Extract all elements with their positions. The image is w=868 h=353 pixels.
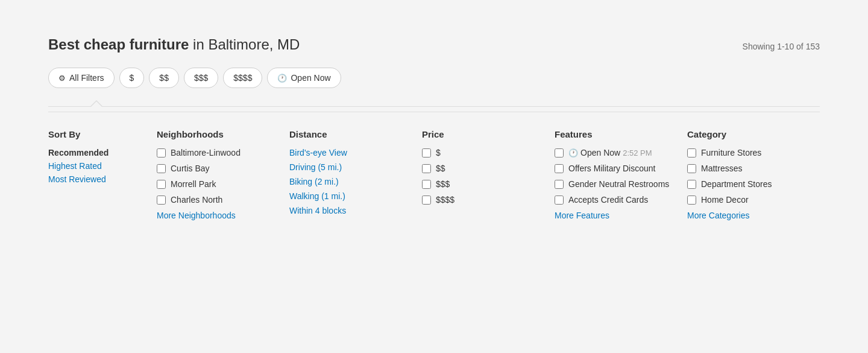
price-label-2: $$$ [436, 179, 450, 189]
neighborhoods-header: Neighborhoods [157, 129, 277, 139]
neighborhood-checkbox-2[interactable] [157, 180, 166, 189]
neighborhood-label-2: Morrell Park [171, 179, 216, 189]
more-features-link[interactable]: More Features [555, 211, 675, 220]
open-now-button[interactable]: 🕐 Open Now [267, 68, 341, 88]
features-column: Features 🕐 Open Now 2:52 PM Offers Milit… [555, 129, 687, 220]
neighborhood-item-0: Baltimore-Linwood [157, 148, 277, 157]
page-title-rest: in Baltimore, MD [189, 36, 300, 52]
distance-header: Distance [289, 129, 410, 139]
sort-highest-rated[interactable]: Highest Rated [48, 161, 145, 171]
price-item-3: $$$$ [422, 195, 542, 205]
sort-by-header: Sort By [48, 129, 145, 139]
price-4-button[interactable]: $$$$ [223, 68, 262, 88]
category-checkbox-0[interactable] [687, 148, 696, 157]
page-title-bold: Best cheap furniture [48, 36, 189, 52]
neighborhood-label-0: Baltimore-Linwood [171, 148, 241, 157]
neighborhood-checkbox-1[interactable] [157, 164, 166, 173]
feature-time-0: 2:52 PM [623, 148, 652, 157]
open-now-clock-icon: 🕐 [568, 148, 578, 157]
feature-label-2: Gender Neutral Restrooms [568, 179, 669, 189]
price-checkbox-3[interactable] [422, 196, 431, 205]
neighborhood-item-3: Charles North [157, 195, 277, 205]
category-item-1: Mattresses [687, 164, 808, 173]
open-now-label: Open Now [291, 73, 330, 83]
price-3-label: $$$ [194, 73, 208, 83]
price-2-button[interactable]: $$ [149, 68, 179, 88]
category-checkbox-2[interactable] [687, 180, 696, 189]
price-label-3: $$$$ [436, 195, 454, 205]
price-checkbox-2[interactable] [422, 180, 431, 189]
neighborhood-label-1: Curtis Bay [171, 164, 210, 173]
feature-label-1: Offers Military Discount [568, 164, 655, 173]
price-label-1: $$ [436, 164, 445, 173]
sort-recommended[interactable]: Recommended [48, 148, 145, 157]
price-4-label: $$$$ [233, 73, 252, 83]
neighborhood-item-1: Curtis Bay [157, 164, 277, 173]
distance-item-2[interactable]: Biking (2 mi.) [289, 177, 410, 186]
category-item-3: Home Decor [687, 195, 808, 205]
category-checkbox-1[interactable] [687, 164, 696, 173]
more-neighborhoods-link[interactable]: More Neighborhoods [157, 211, 277, 220]
category-label-3: Home Decor [701, 195, 749, 205]
category-column: Category Furniture Stores Mattresses Dep… [687, 129, 820, 220]
price-item-0: $ [422, 148, 542, 157]
category-header: Category [687, 129, 808, 139]
price-3-button[interactable]: $$$ [184, 68, 218, 88]
price-label-0: $ [436, 148, 441, 157]
feature-label-3: Accepts Credit Cards [568, 195, 648, 205]
dropdown-pointer [90, 100, 102, 106]
distance-item-1[interactable]: Driving (5 mi.) [289, 162, 410, 172]
header-row: Best cheap furniture in Baltimore, MD Sh… [48, 36, 820, 53]
category-label-1: Mattresses [701, 164, 742, 173]
category-item-2: Department Stores [687, 179, 808, 189]
features-header: Features [555, 129, 675, 139]
distance-item-0[interactable]: Bird's-eye View [289, 148, 410, 157]
neighborhood-label-3: Charles North [171, 195, 222, 205]
neighborhood-item-2: Morrell Park [157, 179, 277, 189]
price-column: Price $ $$ $$$ $$$$ [422, 129, 555, 220]
price-1-button[interactable]: $ [119, 68, 145, 88]
neighborhood-checkbox-3[interactable] [157, 196, 166, 205]
neighborhood-checkbox-0[interactable] [157, 148, 166, 157]
category-checkbox-3[interactable] [687, 196, 696, 205]
category-item-0: Furniture Stores [687, 148, 808, 157]
category-label-0: Furniture Stores [701, 148, 761, 157]
sort-most-reviewed[interactable]: Most Reviewed [48, 174, 145, 184]
page-title: Best cheap furniture in Baltimore, MD [48, 36, 300, 53]
filter-icon: ⚙ [58, 74, 66, 83]
feature-checkbox-0[interactable] [555, 148, 564, 157]
more-categories-link[interactable]: More Categories [687, 211, 808, 220]
filter-columns: Sort By Recommended Highest Rated Most R… [48, 129, 820, 220]
feature-item-3: Accepts Credit Cards [555, 195, 675, 205]
feature-checkbox-2[interactable] [555, 180, 564, 189]
distance-column: Distance Bird's-eye View Driving (5 mi.)… [289, 129, 422, 220]
dropdown-panel: Sort By Recommended Highest Rated Most R… [48, 112, 820, 240]
feature-checkbox-3[interactable] [555, 196, 564, 205]
feature-label-0: Open Now [580, 148, 620, 157]
price-header: Price [422, 129, 542, 139]
category-label-2: Department Stores [701, 179, 772, 189]
filter-bar: ⚙ All Filters $ $$ $$$ $$$$ 🕐 Open Now [48, 68, 820, 88]
divider [48, 106, 820, 107]
distance-item-4[interactable]: Within 4 blocks [289, 206, 410, 215]
feature-item-2: Gender Neutral Restrooms [555, 179, 675, 189]
price-item-1: $$ [422, 164, 542, 173]
showing-count: Showing 1-10 of 153 [743, 42, 820, 51]
all-filters-button[interactable]: ⚙ All Filters [48, 68, 115, 88]
sort-by-column: Sort By Recommended Highest Rated Most R… [48, 129, 157, 220]
price-checkbox-0[interactable] [422, 148, 431, 157]
feature-item-1: Offers Military Discount [555, 164, 675, 173]
all-filters-label: All Filters [69, 73, 104, 83]
open-now-feature-label: 🕐 Open Now 2:52 PM [568, 148, 652, 157]
price-2-label: $$ [159, 73, 169, 83]
clock-icon: 🕐 [277, 74, 287, 83]
price-1-label: $ [130, 73, 134, 83]
feature-checkbox-1[interactable] [555, 164, 564, 173]
distance-item-3[interactable]: Walking (1 mi.) [289, 191, 410, 201]
neighborhoods-column: Neighborhoods Baltimore-Linwood Curtis B… [157, 129, 289, 220]
price-item-2: $$$ [422, 179, 542, 189]
price-checkbox-1[interactable] [422, 164, 431, 173]
feature-item-0: 🕐 Open Now 2:52 PM [555, 148, 675, 157]
